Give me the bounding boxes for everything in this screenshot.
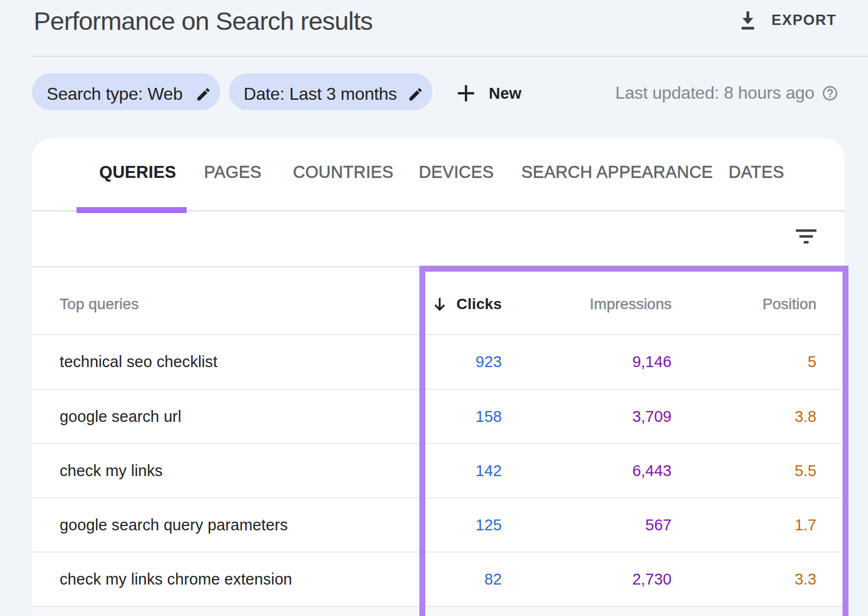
- column-header-clicks[interactable]: Clicks: [433, 267, 502, 334]
- edit-pencil-icon: [195, 86, 212, 102]
- clicks-cell: 125: [476, 498, 502, 551]
- tab-pages[interactable]: PAGES: [204, 164, 261, 181]
- column-header-top-queries[interactable]: Top queries: [60, 267, 139, 334]
- impressions-cell: 6,443: [632, 444, 672, 497]
- query-cell[interactable]: check my links: [60, 444, 163, 497]
- active-tab-underline: [76, 207, 187, 213]
- column-header-position[interactable]: Position: [762, 267, 816, 334]
- filter-list-icon[interactable]: [796, 229, 816, 243]
- column-header-clicks-label: Clicks: [456, 296, 502, 313]
- clicks-cell: 82: [484, 553, 502, 606]
- table-body: technical seo checklist9239,1465google s…: [32, 335, 845, 607]
- export-label: EXPORT: [771, 12, 837, 29]
- impressions-cell: 9,146: [632, 335, 672, 389]
- plus-icon: [457, 85, 475, 102]
- clicks-cell: 142: [476, 444, 502, 497]
- impressions-cell: 3,709: [632, 390, 672, 443]
- position-cell: 3.3: [795, 553, 816, 606]
- clicks-cell: 158: [476, 390, 502, 443]
- position-cell: 5: [808, 335, 816, 389]
- table-row[interactable]: technical seo checklist9239,1465: [32, 335, 845, 390]
- date-range-chip[interactable]: Date: Last 3 months: [229, 73, 432, 110]
- arrow-down-icon: [433, 297, 446, 311]
- position-cell: 1.7: [795, 498, 816, 551]
- query-cell[interactable]: google search query parameters: [60, 498, 288, 551]
- table-row[interactable]: google search url1583,7093.8: [32, 390, 845, 444]
- table-toolbar: [32, 211, 845, 267]
- table-row[interactable]: check my links1426,4435.5: [32, 444, 845, 498]
- table-row[interactable]: google search query parameters1255671.7: [32, 498, 845, 553]
- help-circle-icon[interactable]: [821, 85, 839, 102]
- query-cell[interactable]: check my links chrome extension: [60, 553, 292, 606]
- clicks-cell: 923: [476, 335, 502, 389]
- tab-countries[interactable]: COUNTRIES: [293, 164, 393, 181]
- tab-queries[interactable]: QUERIES: [99, 164, 176, 181]
- last-updated: Last updated: 8 hours ago: [615, 73, 839, 110]
- table-footer-strip: [32, 607, 845, 616]
- position-cell: 5.5: [795, 444, 816, 497]
- edit-pencil-icon: [407, 86, 424, 102]
- table-row[interactable]: check my links chrome extension822,7303.…: [32, 553, 845, 607]
- date-range-chip-label: Date: Last 3 months: [244, 84, 402, 104]
- query-cell[interactable]: google search url: [60, 390, 181, 443]
- column-header-impressions[interactable]: Impressions: [590, 267, 672, 334]
- new-filter-button[interactable]: New: [457, 73, 521, 110]
- header-divider: [32, 56, 868, 57]
- impressions-cell: 567: [646, 498, 672, 551]
- tab-search-appearance[interactable]: SEARCH APPEARANCE: [521, 164, 713, 181]
- export-button[interactable]: EXPORT: [739, 5, 837, 35]
- search-type-chip-label: Search type: Web: [47, 84, 190, 104]
- download-icon: [739, 10, 756, 30]
- query-cell[interactable]: technical seo checklist: [60, 335, 218, 389]
- tab-dates[interactable]: DATES: [729, 164, 784, 181]
- page-title: Performance on Search results: [34, 5, 373, 37]
- report-card: QUERIESPAGESCOUNTRIESDEVICESSEARCH APPEA…: [32, 138, 845, 616]
- new-filter-label: New: [489, 85, 521, 102]
- last-updated-text: Last updated: 8 hours ago: [615, 83, 814, 103]
- impressions-cell: 2,730: [632, 553, 672, 606]
- tabs: QUERIESPAGESCOUNTRIESDEVICESSEARCH APPEA…: [32, 138, 845, 211]
- search-type-chip[interactable]: Search type: Web: [32, 73, 220, 110]
- table-header-row: Top queries Clicks Impressions Position: [32, 267, 845, 335]
- tab-devices[interactable]: DEVICES: [419, 164, 494, 181]
- position-cell: 3.8: [795, 390, 816, 443]
